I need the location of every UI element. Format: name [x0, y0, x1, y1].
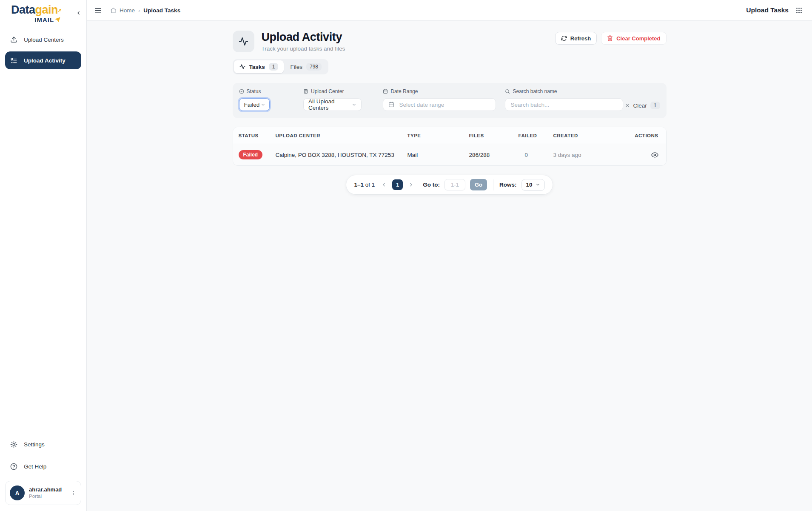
- status-filter-value: Failed: [244, 102, 260, 108]
- rocket-icon: [55, 17, 60, 23]
- col-failed: FAILED: [519, 127, 553, 144]
- tasks-table: STATUS UPLOAD CENTER TYPE FILES FAILED C…: [233, 127, 666, 165]
- sidebar-item-label: Get Help: [24, 463, 46, 470]
- user-card[interactable]: A ahrar.ahmad Portal: [5, 481, 81, 505]
- sidebar: Datagain IMAIL: [0, 0, 87, 511]
- checklist-icon: [10, 57, 17, 64]
- pagination: 1–1 of 1 1 Go to: Go: [346, 175, 552, 194]
- col-type: TYPE: [407, 127, 469, 144]
- search-icon: [505, 89, 510, 94]
- brand-word-2: gain: [35, 4, 58, 16]
- pagination-of: of 1: [365, 182, 375, 188]
- view-details-button[interactable]: [651, 151, 658, 159]
- app-root: Datagain IMAIL: [0, 0, 812, 511]
- circle-check-icon: [239, 89, 244, 94]
- go-button[interactable]: Go: [470, 179, 487, 190]
- chevron-left-icon: [381, 182, 387, 187]
- brand-word-1: Data: [11, 4, 35, 16]
- tabs: Tasks 1 Files 798: [233, 59, 329, 74]
- tasks-table-card: STATUS UPLOAD CENTER TYPE FILES FAILED C…: [233, 127, 667, 166]
- calendar-icon: [388, 102, 394, 108]
- col-actions: ACTIONS: [624, 127, 666, 144]
- breadcrumb-current: Upload Tasks: [143, 7, 180, 14]
- tab-label: Tasks: [249, 64, 265, 70]
- status-filter-select[interactable]: Failed: [239, 98, 270, 111]
- tab-count-badge: 798: [306, 63, 322, 71]
- clear-completed-button[interactable]: Clear Completed: [601, 32, 666, 45]
- main-area: Home › Upload Tasks Upload Tasks Upload …: [87, 0, 812, 511]
- kebab-menu-icon[interactable]: [70, 489, 77, 497]
- breadcrumb: Home › Upload Tasks: [110, 7, 180, 14]
- hamburger-icon[interactable]: [94, 7, 102, 14]
- col-files: FILES: [469, 127, 519, 144]
- pagination-divider: [493, 179, 493, 190]
- col-created: CREATED: [553, 127, 624, 144]
- sidebar-footer: Settings Get Help A ahrar.ahmad Portal: [0, 427, 86, 511]
- trash-icon: [607, 35, 613, 41]
- grid-apps-icon[interactable]: [795, 7, 803, 14]
- sidebar-item-upload-centers[interactable]: Upload Centers: [5, 31, 81, 48]
- brand-product: IMAIL: [34, 16, 54, 23]
- sidebar-item-get-help[interactable]: Get Help: [5, 458, 81, 475]
- breadcrumb-home-label: Home: [120, 7, 135, 14]
- topbar: Home › Upload Tasks Upload Tasks: [87, 0, 812, 21]
- page-button-1[interactable]: 1: [392, 179, 403, 190]
- filter-panel: Status Failed Upload Center: [233, 83, 667, 118]
- sidebar-item-label: Upload Activity: [24, 57, 66, 64]
- rows-per-page-select[interactable]: 10: [521, 179, 545, 191]
- avatar: A: [10, 485, 25, 500]
- brand-logo[interactable]: Datagain IMAIL: [11, 4, 62, 23]
- activity-pulse-icon: [239, 64, 245, 70]
- activity-pulse-icon: [233, 31, 254, 52]
- filter-search-label: Search batch name: [513, 88, 557, 94]
- pagination-range-value: 1–1: [354, 182, 364, 188]
- help-circle-icon: [10, 463, 17, 470]
- pagination-range: 1–1 of 1: [354, 182, 375, 188]
- eye-icon: [651, 151, 658, 159]
- refresh-button-label: Refresh: [570, 35, 591, 42]
- goto-page-input[interactable]: [444, 179, 465, 190]
- table-header-row: STATUS UPLOAD CENTER TYPE FILES FAILED C…: [233, 127, 666, 144]
- filter-date-range-label: Date Range: [390, 88, 418, 94]
- col-status: STATUS: [233, 127, 276, 144]
- refresh-button[interactable]: Refresh: [555, 32, 597, 45]
- date-range-placeholder: Select date range: [399, 102, 444, 108]
- sidebar-collapse-button[interactable]: [76, 10, 81, 16]
- search-batch-input[interactable]: [510, 102, 618, 108]
- page-title: Upload Activity: [262, 31, 345, 44]
- prev-page-button[interactable]: [380, 181, 387, 188]
- tab-tasks[interactable]: Tasks 1: [234, 60, 284, 73]
- cell-type: Mail: [407, 144, 469, 166]
- next-page-button[interactable]: [407, 181, 415, 188]
- upload-center-filter-value: All Upload Centers: [308, 98, 352, 111]
- filter-upload-center-label: Upload Center: [311, 88, 344, 94]
- sidebar-item-settings[interactable]: Settings: [5, 436, 81, 453]
- search-batch-field: [505, 98, 623, 111]
- breadcrumb-separator: ›: [138, 7, 140, 14]
- chevron-right-icon: [408, 182, 414, 187]
- upload-icon: [10, 36, 17, 43]
- goto-label: Go to:: [423, 182, 440, 188]
- refresh-icon: [561, 35, 567, 41]
- user-name: ahrar.ahmad: [29, 486, 62, 493]
- tab-label: Files: [290, 64, 302, 70]
- clear-completed-button-label: Clear Completed: [616, 35, 660, 42]
- tab-files[interactable]: Files 798: [285, 60, 327, 73]
- sidebar-item-upload-activity[interactable]: Upload Activity: [5, 51, 81, 69]
- breadcrumb-home[interactable]: Home: [110, 7, 135, 14]
- date-range-input[interactable]: Select date range: [383, 98, 496, 111]
- home-icon: [110, 7, 117, 14]
- tab-count-badge: 1: [269, 63, 279, 71]
- chevron-down-icon: [261, 102, 265, 107]
- sidebar-item-label: Settings: [24, 441, 45, 448]
- gear-icon: [10, 441, 17, 448]
- clear-filters-button[interactable]: Clear 1: [625, 102, 660, 109]
- growth-arrow-icon: [57, 3, 62, 15]
- col-upload-center: UPLOAD CENTER: [276, 127, 407, 144]
- upload-center-filter-select[interactable]: All Upload Centers: [303, 98, 362, 111]
- x-icon: [625, 103, 630, 108]
- cell-created: 3 days ago: [553, 144, 624, 166]
- cell-failed: 0: [519, 144, 553, 166]
- topbar-title: Upload Tasks: [746, 6, 789, 14]
- sidebar-nav: Upload Centers Upload Activity: [0, 25, 86, 69]
